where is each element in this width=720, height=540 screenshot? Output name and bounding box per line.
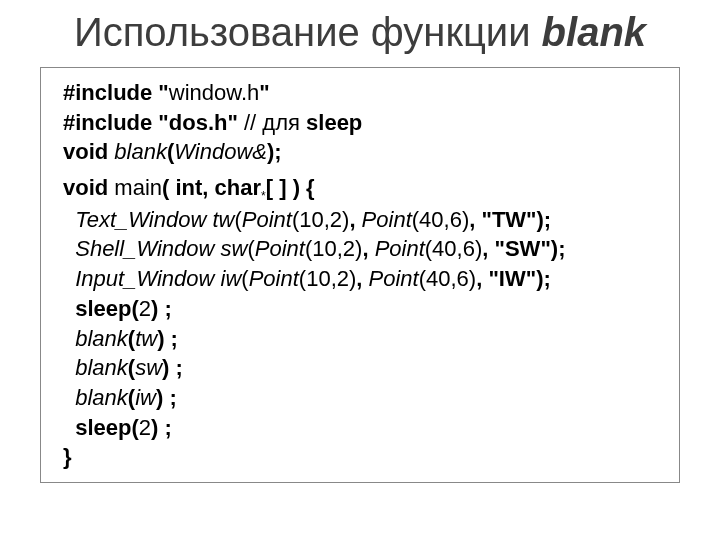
code-line-11: blank(iw) ; [63,383,673,413]
title-prefix: Использование функции [74,10,542,54]
code-line-5: Text_Window tw(Point(10,2), Point(40,6),… [63,205,673,235]
code-line-3: void blank(Window&); [63,137,673,167]
title-blank-word: blank [542,10,646,54]
code-line-9: blank(tw) ; [63,324,673,354]
code-line-7: Input_Window iw(Point(10,2), Point(40,6)… [63,264,673,294]
code-line-1: #include "window.h" [63,78,673,108]
slide-title: Использование функции blank [40,10,680,55]
code-box: #include "window.h" #include "dos.h" // … [40,67,680,483]
code-line-8: sleep(2) ; [63,294,673,324]
code-line-4: void main( int, char*[ ] ) { [63,173,673,205]
code-line-12: sleep(2) ; [63,413,673,443]
slide: Использование функции blank #include "wi… [0,0,720,540]
code-line-2: #include "dos.h" // для sleep [63,108,673,138]
code-line-6: Shell_Window sw(Point(10,2), Point(40,6)… [63,234,673,264]
code-line-10: blank(sw) ; [63,353,673,383]
code-line-13: } [63,442,673,472]
